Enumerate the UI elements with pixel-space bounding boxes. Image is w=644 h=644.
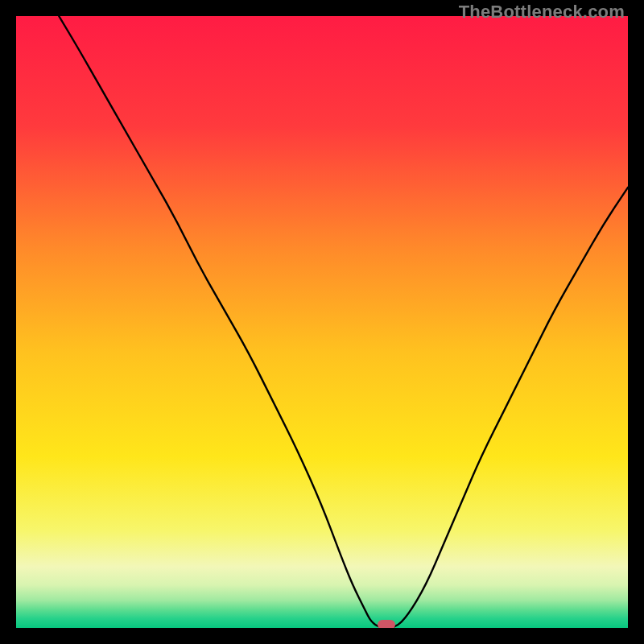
plot-area <box>16 16 628 628</box>
bottleneck-curve <box>16 16 628 628</box>
watermark-text: TheBottleneck.com <box>459 2 625 23</box>
chart-frame: TheBottleneck.com <box>0 0 644 644</box>
optimal-marker <box>378 620 395 628</box>
